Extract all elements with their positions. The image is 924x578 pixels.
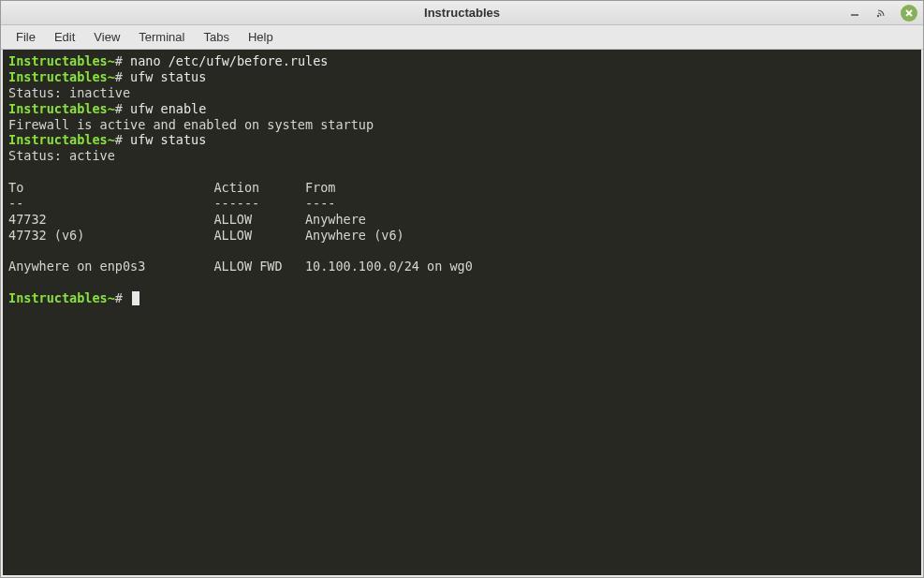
menu-tabs[interactable]: Tabs (196, 27, 236, 47)
terminal-area[interactable]: Instructables~# nano /etc/ufw/before.rul… (3, 50, 921, 575)
out-rule2: 47732 (v6) ALLOW Anywhere (v6) (8, 228, 404, 243)
cmd-enable: ufw enable (130, 101, 206, 116)
prompt-tilde: ~ (108, 101, 115, 116)
prompt-hash: # (115, 101, 123, 116)
prompt-hash: # (115, 69, 123, 84)
out-divider: -- ------ ---- (8, 196, 336, 211)
prompt-tilde: ~ (108, 132, 115, 147)
out-enabled: Firewall is active and enabled on system… (8, 117, 374, 132)
cursor (132, 291, 139, 305)
maximize-button[interactable] (874, 7, 887, 20)
close-icon (904, 8, 914, 18)
maximize-icon (875, 7, 887, 19)
out-rule1: 47732 ALLOW Anywhere (8, 212, 366, 227)
prompt-hash: # (115, 53, 123, 68)
menu-edit[interactable]: Edit (47, 27, 82, 47)
menu-terminal[interactable]: Terminal (131, 27, 192, 47)
out-active: Status: active (8, 148, 115, 163)
cmd-status1: ufw status (130, 69, 206, 84)
cmd-nano: nano /etc/ufw/before.rules (130, 53, 328, 68)
close-button[interactable] (901, 5, 917, 22)
prompt-host: Instructables (8, 132, 108, 147)
prompt-host: Instructables (8, 101, 108, 116)
menubar: File Edit View Terminal Tabs Help (1, 25, 923, 50)
prompt-host: Instructables (8, 290, 108, 305)
menu-help[interactable]: Help (241, 27, 281, 47)
minimize-button[interactable] (848, 7, 861, 20)
out-header: To Action From (8, 180, 336, 195)
out-inactive: Status: inactive (8, 85, 130, 100)
prompt-hash: # (115, 132, 123, 147)
prompt-tilde: ~ (108, 290, 115, 305)
minimize-icon (850, 8, 859, 18)
prompt-tilde: ~ (108, 53, 115, 68)
terminal-window: Instructables File Edit View (0, 0, 924, 578)
menu-view[interactable]: View (86, 27, 127, 47)
window-controls (848, 5, 917, 22)
cmd-status2: ufw status (130, 132, 206, 147)
titlebar[interactable]: Instructables (1, 1, 923, 25)
prompt-host: Instructables (8, 53, 108, 68)
svg-point-1 (877, 14, 879, 16)
prompt-tilde: ~ (108, 69, 115, 84)
prompt-host: Instructables (8, 69, 108, 84)
window-title: Instructables (424, 6, 500, 20)
out-rule3: Anywhere on enp0s3 ALLOW FWD 10.100.100.… (8, 259, 473, 274)
prompt-hash: # (115, 290, 123, 305)
menu-file[interactable]: File (8, 27, 43, 47)
